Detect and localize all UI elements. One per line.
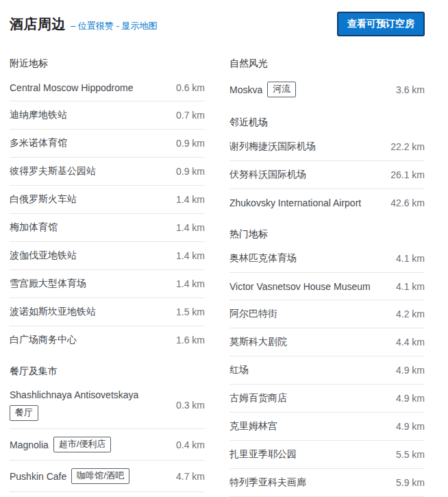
poi-distance: 0.9 km xyxy=(169,166,205,177)
poi-name: 谢列梅捷沃国际机场 xyxy=(229,141,316,153)
section-title: 自然风光 xyxy=(229,46,425,74)
poi-type-badge: 咖啡馆/酒吧 xyxy=(71,468,129,484)
poi-name-wrap: 白广场商务中心 xyxy=(10,334,77,346)
poi-name: 波伽伐亚地铁站 xyxy=(10,250,77,262)
poi-distance: 0.3 km xyxy=(169,400,205,411)
poi-distance: 3.6 km xyxy=(389,84,425,95)
poi-name: 红场 xyxy=(229,364,249,376)
poi-distance: 4.9 km xyxy=(389,421,425,432)
poi-distance: 26.1 km xyxy=(384,169,425,180)
poi-name-wrap: Shashlichnaya Antisovetskaya餐厅 xyxy=(10,389,169,421)
poi-row: 古姆百货商店4.9 km xyxy=(229,385,425,413)
poi-row: 红场4.9 km xyxy=(229,356,425,385)
poi-distance: 4.7 km xyxy=(169,471,205,482)
column: 自然风光Moskva河流3.6 km邻近机场谢列梅捷沃国际机场22.2 km伏努… xyxy=(229,46,425,497)
poi-name-wrap: 古姆百货商店 xyxy=(229,392,287,404)
poi-row: 阿尔巴特街4.2 km xyxy=(229,300,425,328)
section-title: 邻近机场 xyxy=(229,105,425,133)
poi-name: 伏努科沃国际机场 xyxy=(229,169,306,181)
poi-row: Shashlichnaya Antisovetskaya餐厅0.3 km xyxy=(10,382,205,429)
poi-name-wrap: Magnolia超市/便利店 xyxy=(10,437,111,452)
poi-distance: 0.6 km xyxy=(169,82,205,93)
poi-name: 莫斯科大剧院 xyxy=(229,336,287,348)
show-map-link[interactable]: 显示地图 xyxy=(121,21,157,31)
poi-row: Victor Vasnetsov House Museum4.1 km xyxy=(229,273,425,300)
poi-name-wrap: Victor Vasnetsov House Museum xyxy=(229,281,371,292)
poi-columns: 附近地标Central Moscow Hippodrome0.6 km迪纳摩地铁… xyxy=(10,46,425,497)
poi-name: 克里姆林宫 xyxy=(229,420,277,433)
poi-name-wrap: 伏努科沃国际机场 xyxy=(229,169,306,181)
page-title: 酒店周边 xyxy=(10,15,66,34)
poi-distance: 5.5 km xyxy=(389,449,425,460)
panel-header: 酒店周边 – 位置很赞 - 显示地图 查看可预订空房 xyxy=(10,8,425,46)
header-left: 酒店周边 – 位置很赞 - 显示地图 xyxy=(10,15,157,34)
poi-row: Moskva河流3.6 km xyxy=(229,74,425,105)
poi-distance: 1.5 km xyxy=(169,306,205,317)
poi-row: Pushkin Cafe咖啡馆/酒吧4.7 km xyxy=(10,461,205,492)
poi-name-wrap: 彼得罗夫斯基公园站 xyxy=(10,165,96,178)
check-availability-button[interactable]: 查看可预订空房 xyxy=(337,12,425,36)
poi-name-wrap: 迪纳摩地铁站 xyxy=(10,109,67,121)
poi-distance: 4.1 km xyxy=(389,253,425,264)
poi-name: Pushkin Cafe xyxy=(10,471,66,482)
subtitle-dash: – xyxy=(71,21,75,31)
poi-name: Victor Vasnetsov House Museum xyxy=(229,281,371,292)
poi-type-badge: 超市/便利店 xyxy=(53,437,112,452)
poi-name-wrap: 红场 xyxy=(229,364,249,376)
poi-distance: 4.1 km xyxy=(389,281,425,292)
poi-name-wrap: 波诺如斯坎亚地铁站 xyxy=(10,306,96,318)
poi-name-wrap: 克里姆林宫 xyxy=(229,420,277,433)
poi-row: 白俄罗斯火车站1.4 km xyxy=(10,186,205,214)
poi-row: 迪纳摩地铁站0.7 km xyxy=(10,101,205,130)
poi-name: Shashlichnaya Antisovetskaya xyxy=(10,389,138,400)
poi-distance: 4.9 km xyxy=(389,393,425,404)
poi-distance: 4.9 km xyxy=(389,365,425,376)
poi-name-wrap: Zhukovsky International Airport xyxy=(229,197,361,208)
section-title: 热门地标 xyxy=(229,217,425,245)
poi-row: 波伽伐亚地铁站1.4 km xyxy=(10,242,205,270)
poi-row: Central Moscow Hippodrome0.6 km xyxy=(10,74,205,101)
poi-distance: 22.2 km xyxy=(384,141,425,152)
poi-row: Zhukovsky International Airport42.6 km xyxy=(229,189,425,217)
poi-list: 奥林匹克体育场4.1 kmVictor Vasnetsov House Muse… xyxy=(229,245,425,497)
poi-list: 谢列梅捷沃国际机场22.2 km伏努科沃国际机场26.1 kmZhukovsky… xyxy=(229,133,425,217)
poi-type-badge: 河流 xyxy=(267,82,296,97)
poi-name: 彼得罗夫斯基公园站 xyxy=(10,165,96,178)
poi-name: 特列季亚科夫画廊 xyxy=(229,476,306,489)
poi-name-wrap: 扎里亚季耶公园 xyxy=(229,448,297,461)
poi-distance: 0.7 km xyxy=(169,110,205,121)
poi-name: 梅加体育馆 xyxy=(10,221,58,234)
poi-row: 扎里亚季耶公园5.5 km xyxy=(229,441,425,469)
poi-name: Magnolia xyxy=(10,439,49,450)
poi-name: 奥林匹克体育场 xyxy=(229,252,297,265)
poi-name: Zhukovsky International Airport xyxy=(229,197,361,208)
poi-name-wrap: 波伽伐亚地铁站 xyxy=(10,250,77,262)
section-title: 餐厅及集市 xyxy=(10,354,205,382)
poi-name: 白俄罗斯火车站 xyxy=(10,193,77,206)
location-rating-link[interactable]: 位置很赞 xyxy=(78,21,114,31)
poi-row: 谢列梅捷沃国际机场22.2 km xyxy=(229,133,425,161)
poi-name-wrap: 白俄罗斯火车站 xyxy=(10,193,77,206)
poi-name: Central Moscow Hippodrome xyxy=(10,82,134,93)
subtitle-separator: - xyxy=(116,21,119,31)
poi-row: 莫斯科大剧院4.4 km xyxy=(229,328,425,356)
poi-type-badge: 餐厅 xyxy=(10,405,38,421)
poi-row: 波诺如斯坎亚地铁站1.5 km xyxy=(10,298,205,326)
poi-distance: 1.4 km xyxy=(169,278,205,289)
poi-distance: 1.4 km xyxy=(169,222,205,233)
poi-distance: 42.6 km xyxy=(384,197,425,208)
poi-name-wrap: 雪宫殿大型体育场 xyxy=(10,278,86,290)
poi-list: Central Moscow Hippodrome0.6 km迪纳摩地铁站0.7… xyxy=(10,74,205,354)
poi-row: Magnolia超市/便利店0.4 km xyxy=(10,429,205,461)
hotel-surroundings-panel: 酒店周边 – 位置很赞 - 显示地图 查看可预订空房 附近地标Central M… xyxy=(0,0,448,497)
poi-row: 雪宫殿大型体育场1.4 km xyxy=(10,270,205,298)
poi-row: 特列季亚科夫画廊5.9 km xyxy=(229,469,425,497)
poi-name-wrap: 特列季亚科夫画廊 xyxy=(229,476,306,489)
poi-name: Moskva xyxy=(229,84,262,95)
poi-row: 多米诺体育馆0.9 km xyxy=(10,130,205,158)
poi-name: 雪宫殿大型体育场 xyxy=(10,278,86,290)
poi-name-wrap: Pushkin Cafe咖啡馆/酒吧 xyxy=(10,468,129,484)
poi-name-wrap: 多米诺体育馆 xyxy=(10,137,67,149)
poi-name-wrap: 奥林匹克体育场 xyxy=(229,252,297,265)
poi-name-wrap: Central Moscow Hippodrome xyxy=(10,82,134,93)
